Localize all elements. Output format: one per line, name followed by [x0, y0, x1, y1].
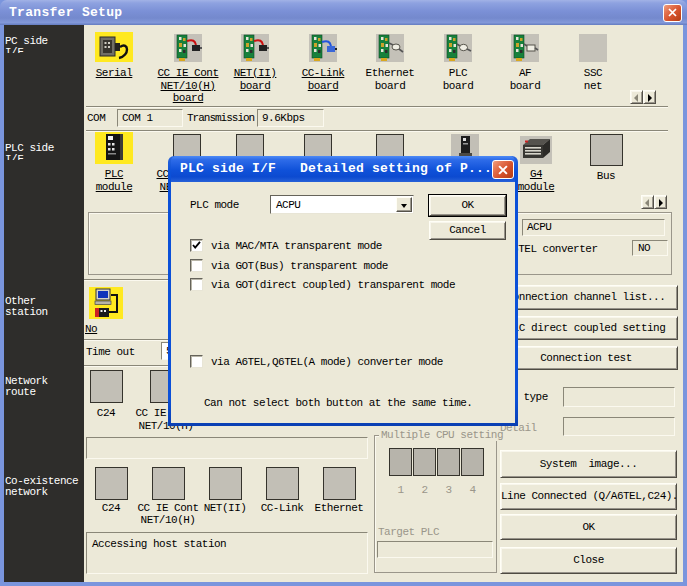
window-title: Transfer Setup — [9, 0, 122, 25]
multiple-cpu-title: Multiple CPU setting — [379, 429, 505, 441]
cpu-slot-number: 3 — [437, 484, 460, 496]
route-comment-box — [86, 437, 368, 459]
sidebar-item-pc-side: PC side I/F — [5, 36, 83, 53]
dialog-body: PLC mode ACPU OK Cancel via MAC/MTA tran… — [171, 182, 515, 423]
scroll-left-icon[interactable] — [641, 195, 654, 209]
checkbox-label-mac-mta[interactable]: via MAC/MTA transparent mode — [211, 240, 382, 253]
transmission-label: Transmission — [187, 112, 254, 124]
af-board-icon[interactable] — [511, 34, 539, 65]
plc-side-icon-label-bus[interactable]: Bus — [572, 170, 640, 183]
dialog-cancel-button[interactable]: Cancel — [429, 221, 506, 240]
coexistence-ethernet-icon[interactable] — [323, 467, 356, 500]
net-ii-board-icon[interactable] — [241, 34, 269, 65]
ethernet-board-icon[interactable] — [376, 34, 404, 65]
dialog-note: Can not select both button at the same t… — [204, 397, 472, 409]
sidebar-item-other-station: Other station — [5, 296, 83, 318]
timeout-label: Time out — [86, 346, 135, 358]
divider — [86, 106, 668, 107]
checkbox-label-a6tel[interactable]: via A6TEL,Q6TEL(A mode) converter mode — [211, 356, 443, 369]
dialog-ok-button[interactable]: OK — [429, 195, 506, 216]
transmission-speed-field: 9.6Kbps — [257, 109, 324, 127]
cc-link-board-icon[interactable] — [309, 34, 337, 65]
scroll-left-icon[interactable] — [630, 90, 643, 104]
cpu-slot-1-icon[interactable] — [389, 448, 412, 476]
close-icon[interactable] — [663, 4, 682, 22]
plc-mode-combobox[interactable]: ACPU — [270, 195, 414, 214]
chevron-down-icon[interactable] — [396, 197, 412, 212]
plc-side-detail-dialog: PLC side I/F Detailed setting of P... PL… — [168, 156, 518, 426]
cpu-slot-number: 2 — [413, 484, 436, 496]
network-route-label-c24[interactable]: C24 — [73, 407, 139, 420]
pc-side-icon-label-serial[interactable]: Serial — [80, 67, 148, 80]
cpu-slot-number: 4 — [461, 484, 484, 496]
other-station-icon[interactable] — [89, 287, 123, 322]
divider — [86, 130, 668, 131]
plc-board-icon[interactable] — [444, 34, 472, 65]
connection-test-button[interactable]: Connection test — [494, 346, 678, 370]
checkbox-a6tel[interactable] — [190, 355, 203, 368]
scroll-right-icon[interactable] — [654, 195, 667, 209]
pc-side-icon-label-cc-link[interactable]: CC-Link board — [289, 67, 357, 92]
cpu-slot-4-icon[interactable] — [461, 448, 484, 476]
tel-converter-label: Q6TEL converter — [506, 243, 598, 255]
plc-mode-value: ACPU — [276, 197, 300, 213]
checkbox-mac-mta[interactable] — [190, 239, 203, 252]
other-station-no-label[interactable]: No — [85, 323, 97, 335]
target-plc-field[interactable] — [377, 541, 493, 558]
com-label: COM — [87, 112, 105, 124]
plc-mode-label: PLC mode — [190, 199, 239, 211]
plc-direct-coupled-setting-button[interactable]: PLC direct coupled setting — [494, 316, 678, 340]
checkbox-label-got-direct[interactable]: via GOT(direct coupled) transparent mode — [211, 279, 455, 292]
com-port-field: COM 1 — [117, 109, 183, 127]
cpu-slot-number: 1 — [389, 484, 412, 496]
close-button[interactable]: Close — [500, 547, 677, 574]
scroll-right-icon[interactable] — [643, 90, 656, 104]
dialog-title[interactable]: PLC side I/F Detailed setting of P... — [171, 156, 515, 182]
pc-side-icon-label-ssc[interactable]: SSC net — [559, 67, 627, 92]
sidebar-item-plc-side: PLC side I/F — [5, 143, 83, 160]
checkbox-got-direct[interactable] — [190, 278, 203, 291]
coexistence-c24-icon[interactable] — [95, 467, 128, 500]
plc-mode-field: ACPU — [522, 219, 665, 236]
network-route-c24-icon[interactable] — [90, 370, 123, 403]
status-text: Accessing host station — [92, 538, 226, 550]
coexistence-label-ethernet[interactable]: Ethernet — [302, 502, 376, 514]
transfer-setup-window: Transfer Setup PC side I/F PLC side I/F … — [0, 0, 687, 586]
connection-channel-list-button[interactable]: Connection channel list... — [494, 285, 678, 310]
dialog-close-icon[interactable] — [492, 160, 514, 179]
ssc-net-icon[interactable] — [579, 34, 607, 62]
pc-side-icon-label-af[interactable]: AF board — [491, 67, 559, 92]
cpu-slot-3-icon[interactable] — [437, 448, 460, 476]
coexistence-cc-ie-icon[interactable] — [152, 467, 185, 500]
plc-module-icon[interactable] — [95, 132, 133, 167]
cc-ie-cont-board-icon[interactable] — [174, 34, 202, 65]
tel-converter-field: NO — [632, 240, 668, 256]
g4-module-icon[interactable] — [520, 136, 552, 167]
pc-side-icon-label-ethernet[interactable]: Ethernet board — [356, 67, 424, 92]
checkbox-got-bus[interactable] — [190, 259, 203, 272]
system-image-button[interactable]: System image... — [500, 450, 677, 478]
detail-field — [563, 417, 675, 436]
pc-side-icon-label-cc-ie-cont[interactable]: CC IE Cont NET/10(H) board — [154, 67, 222, 105]
plc-type-field — [563, 387, 675, 407]
coexistence-net-ii-icon[interactable] — [209, 467, 242, 500]
line-connected-button[interactable]: Line Connected (Q/A6TEL,C24)... — [500, 483, 677, 510]
target-plc-label: Target PLC — [378, 526, 439, 538]
cpu-slot-2-icon[interactable] — [413, 448, 436, 476]
sidebar-item-coexistence-network: Co-existence network — [5, 476, 83, 498]
pc-side-icon-label-plc[interactable]: PLC board — [424, 67, 492, 92]
ok-button[interactable]: OK — [500, 514, 677, 540]
bus-icon[interactable] — [590, 134, 623, 166]
sidebar-item-network-route: Network route — [5, 376, 83, 398]
serial-icon[interactable] — [95, 32, 133, 65]
plc-side-icon-label-plc-module[interactable]: PLC module — [80, 168, 148, 193]
coexistence-cc-link-icon[interactable] — [266, 467, 299, 500]
pc-side-icon-label-net-ii[interactable]: NET(II) board — [221, 67, 289, 92]
checkbox-label-got-bus[interactable]: via GOT(Bus) transparent mode — [211, 260, 388, 273]
